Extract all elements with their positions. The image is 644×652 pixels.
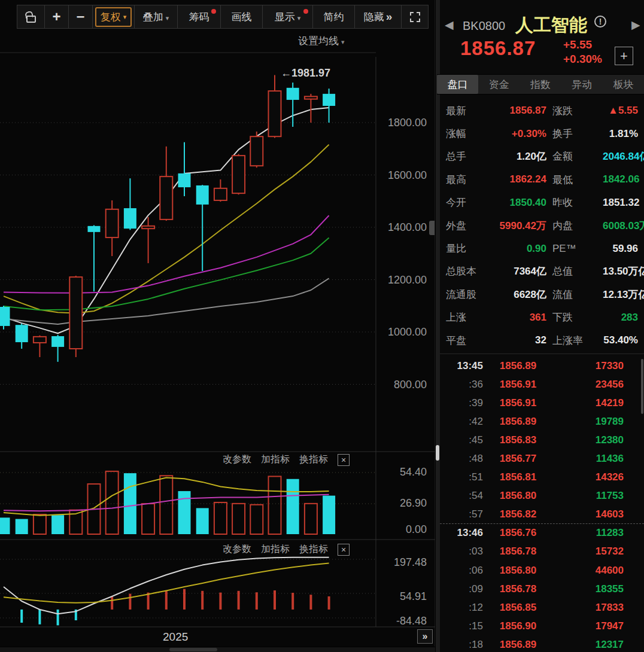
tick-row: :121856.8517833 <box>440 598 644 617</box>
tick-time: :48 <box>440 453 483 465</box>
tick-price: 1856.78 <box>483 546 553 557</box>
stats-row: 总股本7364亿总值13.50万亿 <box>440 260 644 283</box>
tick-price: 1856.81 <box>483 471 553 483</box>
tick-volume: 12317 <box>553 639 624 651</box>
toolbar-button-zoom-in[interactable]: + <box>45 5 69 28</box>
stat-value: 283 <box>603 312 638 324</box>
stat-label: 总值 <box>552 264 603 278</box>
tick-volume: 44600 <box>553 565 624 577</box>
tick-price: 1856.83 <box>483 434 553 446</box>
toolbar-button-jianyue[interactable]: 简约 <box>313 5 355 28</box>
notification-dot <box>211 9 216 14</box>
tick-volume: 11283 <box>553 527 624 539</box>
toolbar-button-zoom-out[interactable]: − <box>69 5 93 28</box>
vol-ma-magenta <box>4 495 329 511</box>
ind-pane-link[interactable]: 改参数 <box>223 543 251 556</box>
tick-row: :151856.9017947 <box>440 617 644 635</box>
toolbar-button-yincang[interactable]: 隐藏» <box>355 5 402 28</box>
panel-divider-tab[interactable] <box>429 221 435 235</box>
chevron-down-icon: ▾ <box>297 14 301 22</box>
tick-time: :39 <box>440 397 483 409</box>
tick-volume: 14219 <box>553 397 624 409</box>
y-axis-label: 1800.00 <box>388 117 427 129</box>
stat-label: 平盘 <box>446 334 497 348</box>
tab-盘口[interactable]: 盘口 <box>437 75 478 94</box>
tick-volume: 11436 <box>553 453 624 465</box>
toolbar-button-xianshi[interactable]: 显示▾ <box>263 5 313 28</box>
volume-bar-up <box>160 476 172 534</box>
tick-volume: 11753 <box>553 490 624 502</box>
candle-up <box>269 91 281 136</box>
next-stock-button[interactable]: ▶ <box>631 18 640 32</box>
stats-row: 外盘5990.42万内盘6008.03万 <box>440 214 644 237</box>
tick-list-scrollbar[interactable] <box>641 359 643 414</box>
tab-指数[interactable]: 指数 <box>520 75 561 94</box>
y-axis-label: 1000.00 <box>388 326 427 338</box>
panel-divider-handle[interactable] <box>436 445 439 461</box>
y-axis-label: 1400.00 <box>388 221 427 233</box>
tick-time: :12 <box>440 602 483 614</box>
tick-time: :06 <box>440 565 483 577</box>
indicator-axis-label: 197.48 <box>394 556 427 568</box>
stat-label: 总股本 <box>446 264 497 278</box>
add-to-watchlist-button[interactable]: + <box>615 47 633 65</box>
tick-volume: 19789 <box>553 416 624 428</box>
stat-label: 金额 <box>552 150 603 163</box>
prev-stock-button[interactable]: ◀ <box>445 18 454 32</box>
toolbar-button-chouma[interactable]: 筹码 <box>178 5 221 28</box>
stat-label: 下跌 <box>552 310 603 324</box>
toolbar-button-fullscreen[interactable] <box>402 5 428 28</box>
tab-异动[interactable]: 异动 <box>561 75 603 94</box>
vol-pane-close-button[interactable]: × <box>338 454 350 466</box>
ind-pane-link[interactable]: 换指标 <box>299 543 328 556</box>
panel-divider[interactable] <box>435 0 440 652</box>
horizontal-scrollbar-thumb[interactable] <box>169 648 217 651</box>
stat-value: 0.90 <box>497 243 552 255</box>
tick-time: :54 <box>440 490 483 502</box>
volume-bar-up <box>232 504 245 534</box>
stat-value: 1842.06 <box>603 173 639 185</box>
stat-value: 1862.24 <box>497 173 552 185</box>
ma-settings-button[interactable]: 设置均线▾ <box>298 34 369 48</box>
tick-row: :061856.8044600 <box>440 561 644 580</box>
stat-label: PE™ <box>552 243 603 255</box>
candle-up <box>160 176 172 220</box>
stat-value: 5990.42万 <box>497 219 552 233</box>
tick-volume: 15732 <box>553 546 624 557</box>
volume-bar-up <box>214 502 227 534</box>
vol-pane-link[interactable]: 改参数 <box>223 453 251 466</box>
quote-panel: ◀ BK0800 人工智能 ! ▶ 1856.87 +5.55 +0.30% +… <box>440 0 644 652</box>
toolbar-button-diejia[interactable]: 叠加▾ <box>135 5 178 28</box>
expand-panes-button[interactable]: » <box>417 629 433 644</box>
tick-list[interactable]: 13:451856.8917330:361856.9123456:391856.… <box>440 357 644 652</box>
stat-label: 量比 <box>446 242 497 255</box>
tick-time: 13:45 <box>440 360 483 372</box>
toolbar-button-lock[interactable] <box>17 5 45 28</box>
ind-pane-link[interactable]: 加指标 <box>261 543 290 556</box>
tick-price: 1856.78 <box>483 583 553 595</box>
panel-tabs: 盘口资金指数异动板块 <box>437 74 644 95</box>
tick-price: 1856.82 <box>483 508 553 520</box>
toolbar-label: 筹码 <box>189 11 209 23</box>
ma-settings-label: 设置均线 <box>298 35 339 47</box>
toolbar-button-fuquan[interactable]: 复权▾ <box>93 5 135 28</box>
vol-pane-link[interactable]: 加指标 <box>261 453 290 466</box>
stat-label: 换手 <box>552 127 603 141</box>
toolbar-label: − <box>76 8 84 25</box>
tick-row: :571856.8214603 <box>440 505 644 524</box>
horizontal-scrollbar[interactable] <box>0 647 435 652</box>
vol-pane-link[interactable]: 换指标 <box>299 453 328 466</box>
tick-price: 1856.77 <box>483 453 553 465</box>
ind-pane-close-button[interactable]: × <box>338 544 350 556</box>
volume-bar-down <box>323 496 335 534</box>
high-annotation: ←1981.97 <box>281 67 330 79</box>
info-icon[interactable]: ! <box>594 16 606 28</box>
fullscreen-icon <box>410 12 420 22</box>
tab-板块[interactable]: 板块 <box>603 75 644 94</box>
toolbar-button-huaxian[interactable]: 画线 <box>221 5 263 28</box>
security-name[interactable]: 人工智能 <box>515 13 587 38</box>
stat-value: 1856.87 <box>497 105 552 117</box>
tab-资金[interactable]: 资金 <box>478 75 520 94</box>
divider <box>440 354 644 354</box>
candle-down <box>124 208 136 228</box>
